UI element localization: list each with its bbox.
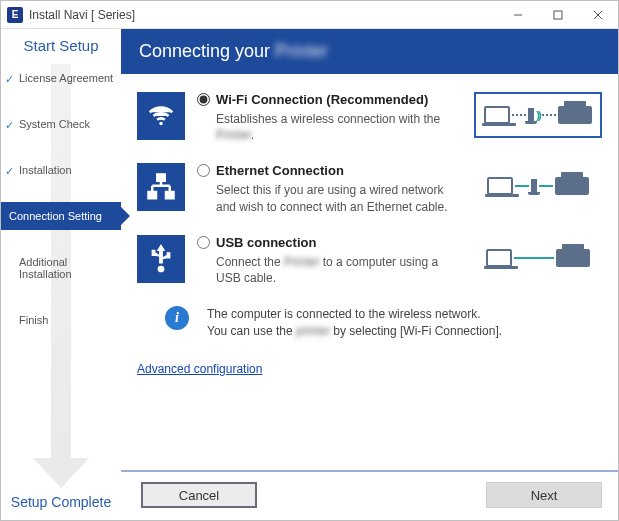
- radio-ethernet[interactable]: [197, 164, 210, 177]
- step-system-check: ✓ System Check: [1, 110, 121, 138]
- svg-rect-6: [149, 192, 157, 198]
- svg-rect-1: [554, 11, 562, 19]
- router-icon: [531, 179, 537, 193]
- svg-point-4: [159, 122, 163, 126]
- printer-icon: [555, 177, 589, 195]
- usb-icon: [137, 235, 185, 283]
- app-icon: E: [7, 7, 23, 23]
- ethernet-icon: [137, 163, 185, 211]
- page-title-prefix: Connecting your: [139, 41, 275, 61]
- page-title: Connecting your Printer: [121, 29, 618, 74]
- step-installation: ✓ Installation: [1, 156, 121, 184]
- step-finish: Finish: [1, 306, 121, 334]
- radio-usb[interactable]: [197, 236, 210, 249]
- check-icon: ✓: [5, 73, 14, 86]
- step-label: Installation: [19, 164, 72, 176]
- laptop-icon: [484, 106, 510, 124]
- laptop-icon: [486, 249, 512, 267]
- next-button[interactable]: Next: [486, 482, 602, 508]
- option-wifi-label: Wi-Fi Connection (Recommended): [216, 92, 428, 107]
- sidebar-top-label: Start Setup: [23, 37, 98, 54]
- check-icon: ✓: [5, 165, 14, 178]
- printer-icon: [558, 106, 592, 124]
- sidebar-bottom-label: Setup Complete: [11, 494, 111, 510]
- signal-icon: )): [536, 110, 539, 121]
- step-label: System Check: [19, 118, 90, 130]
- cancel-button[interactable]: Cancel: [141, 482, 257, 508]
- option-ethernet[interactable]: Ethernet Connection Select this if you a…: [137, 163, 602, 214]
- diagram-usb: [474, 235, 602, 281]
- radio-wifi[interactable]: [197, 93, 210, 106]
- step-additional-installation: Additional Installation: [1, 248, 121, 288]
- main-panel: Connecting your Printer Wi-Fi Connection…: [121, 29, 618, 520]
- option-ethernet-title[interactable]: Ethernet Connection: [197, 163, 464, 178]
- step-label: Additional Installation: [19, 256, 72, 280]
- option-ethernet-desc: Select this if you are using a wired net…: [197, 182, 464, 214]
- svg-point-12: [158, 266, 164, 272]
- page-title-blurred: Printer: [275, 41, 328, 61]
- check-icon: ✓: [5, 119, 14, 132]
- diagram-wifi: )): [474, 92, 602, 138]
- laptop-icon: [487, 177, 513, 195]
- advanced-configuration-link[interactable]: Advanced configuration: [137, 362, 262, 376]
- option-usb[interactable]: USB connection Connect the Printer to a …: [137, 235, 602, 286]
- info-message: i The computer is connected to the wirel…: [137, 306, 602, 340]
- step-label: Finish: [19, 314, 48, 326]
- wifi-icon: [137, 92, 185, 140]
- maximize-button[interactable]: [538, 1, 578, 29]
- window-title: Install Navi [ Series]: [29, 8, 135, 22]
- minimize-button[interactable]: [498, 1, 538, 29]
- info-icon: i: [165, 306, 189, 330]
- content-area: Wi-Fi Connection (Recommended) Establish…: [121, 74, 618, 470]
- close-button[interactable]: [578, 1, 618, 29]
- option-ethernet-label: Ethernet Connection: [216, 163, 344, 178]
- svg-rect-7: [166, 192, 174, 198]
- step-label: License Agreement: [19, 72, 113, 84]
- info-line1: The computer is connected to the wireles…: [207, 306, 502, 323]
- installer-window: E Install Navi [ Series] Start Setup: [0, 0, 619, 521]
- diagram-ethernet: [474, 163, 602, 209]
- sidebar-steps: ✓ License Agreement ✓ System Check ✓ Ins…: [1, 64, 121, 488]
- sidebar: Start Setup ✓ License Agreement ✓ System…: [1, 29, 121, 520]
- step-label: Connection Setting: [9, 210, 102, 222]
- option-usb-desc: Connect the Printer to a computer using …: [197, 254, 464, 286]
- footer: Cancel Next: [121, 470, 618, 520]
- window-controls: [498, 1, 618, 29]
- info-line2: You can use the printer by selecting [Wi…: [207, 323, 502, 340]
- svg-rect-5: [157, 175, 165, 181]
- step-license-agreement: ✓ License Agreement: [1, 64, 121, 92]
- router-icon: [528, 108, 534, 122]
- printer-icon: [556, 249, 590, 267]
- option-wifi[interactable]: Wi-Fi Connection (Recommended) Establish…: [137, 92, 602, 143]
- step-connection-setting: Connection Setting: [1, 202, 121, 230]
- title-bar: E Install Navi [ Series]: [1, 1, 618, 29]
- option-wifi-title[interactable]: Wi-Fi Connection (Recommended): [197, 92, 464, 107]
- option-wifi-desc: Establishes a wireless connection with t…: [197, 111, 464, 143]
- option-usb-title[interactable]: USB connection: [197, 235, 464, 250]
- option-usb-label: USB connection: [216, 235, 316, 250]
